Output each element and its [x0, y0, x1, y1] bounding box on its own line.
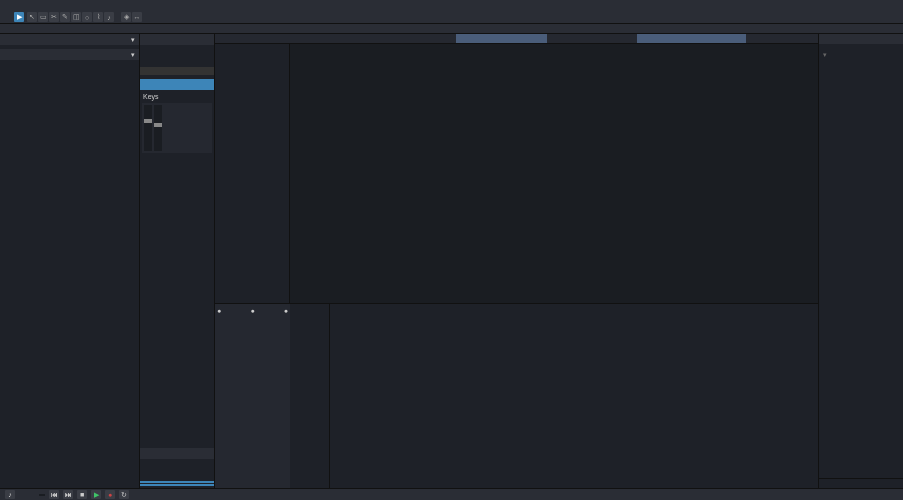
ff-btn[interactable]: ⏭: [63, 490, 73, 499]
transport-bar: ♪ ⏮ ⏭ ■ ▶ ● ↻: [0, 488, 903, 500]
curve-tool[interactable]: ⌇: [93, 12, 103, 22]
event-fx-header: [140, 448, 214, 459]
sub-toolbar: [0, 24, 903, 34]
title-bar: [0, 0, 903, 11]
browser-panel: ▾: [818, 34, 903, 488]
section-chorus2[interactable]: [637, 34, 746, 43]
channels: [330, 304, 818, 488]
snap-toggle[interactable]: ◈: [121, 12, 131, 22]
tree-presonus[interactable]: ▾: [821, 50, 901, 60]
tab-effects[interactable]: [833, 34, 847, 44]
browser-tree: ▾: [819, 48, 903, 478]
autoscroll-toggle[interactable]: ↔: [132, 12, 142, 22]
browser-tabs: [819, 34, 903, 44]
left-panel: ▾ ▾: [0, 34, 140, 488]
arranger: [215, 34, 818, 303]
erase-tool[interactable]: ◫: [71, 12, 81, 22]
fader-area[interactable]: [142, 103, 212, 153]
mixer: ●●●: [215, 303, 818, 488]
exports-btn[interactable]: [140, 486, 214, 488]
tab-files[interactable]: [861, 34, 875, 44]
range-tool[interactable]: ▭: [38, 12, 48, 22]
inputs-btn[interactable]: [140, 481, 214, 483]
rewind-btn[interactable]: ⏮: [49, 490, 59, 499]
tab-pool[interactable]: [889, 34, 903, 44]
tab-loops[interactable]: [847, 34, 861, 44]
timeline-ruler[interactable]: [215, 34, 818, 44]
listen-tool[interactable]: ♪: [104, 12, 114, 22]
play-btn[interactable]: ▶: [91, 490, 101, 499]
track-lanes[interactable]: [290, 44, 818, 303]
channel-browser: [290, 304, 330, 488]
stop-btn[interactable]: ■: [77, 490, 87, 499]
position-display[interactable]: [39, 494, 45, 496]
play-button[interactable]: ▶: [14, 12, 24, 22]
groups-header: ▾: [0, 34, 139, 45]
metronome-btn[interactable]: ♪: [5, 490, 15, 499]
tracks-header: ▾: [0, 49, 139, 60]
tab-instruments[interactable]: [819, 34, 833, 44]
track-headers: [215, 44, 290, 303]
center-area: ●●●: [215, 34, 818, 488]
inspector-panel: Keys: [140, 34, 215, 488]
tab-cloud[interactable]: [875, 34, 889, 44]
record-btn[interactable]: ●: [105, 490, 115, 499]
track-list: [0, 60, 139, 488]
browser-detail: [819, 478, 903, 488]
pencil-tool[interactable]: ✎: [60, 12, 70, 22]
split-tool[interactable]: ✂: [49, 12, 59, 22]
mixer-settings: ●●●: [215, 304, 290, 488]
arrow-tool[interactable]: ↖: [27, 12, 37, 22]
inspector-header: [140, 34, 214, 45]
main-toolbar: ▶ ↖ ▭ ✂ ✎ ◫ ○ ⌇ ♪ ◈ ↔: [0, 11, 903, 24]
channel-name: [140, 79, 214, 90]
loop-btn[interactable]: ↻: [119, 490, 129, 499]
section-prechorus[interactable]: [456, 34, 546, 43]
mute-tool[interactable]: ○: [82, 12, 92, 22]
